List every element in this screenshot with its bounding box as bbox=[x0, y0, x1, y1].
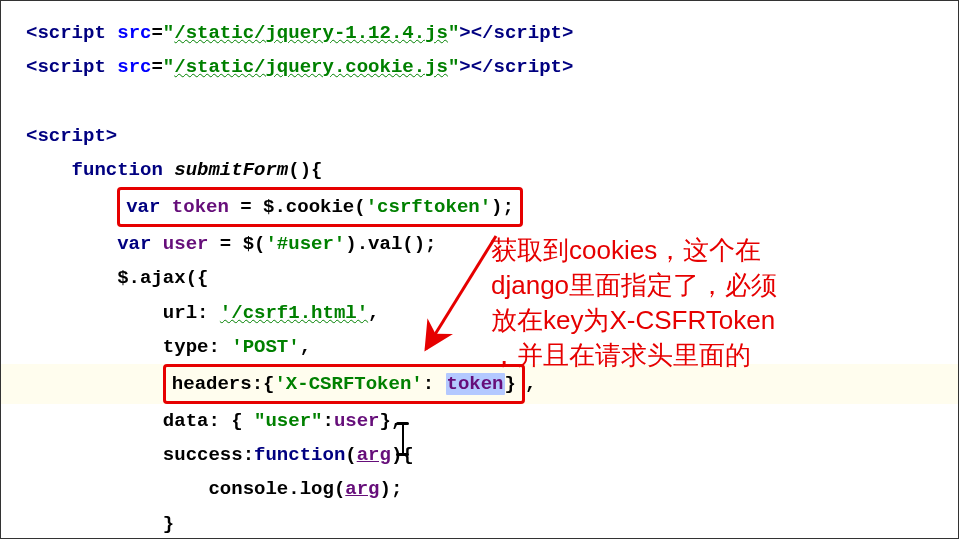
annotation-text: 获取到cookies，这个在 django里面指定了，必须 放在key为X-CS… bbox=[491, 233, 931, 373]
code-line-5: function submitForm(){ bbox=[26, 153, 933, 187]
code-line-6: var token = $.cookie('csrftoken'); bbox=[26, 187, 933, 227]
code-line-1: <script src="/static/jquery-1.12.4.js"><… bbox=[26, 16, 933, 50]
code-line-blank bbox=[26, 84, 933, 118]
highlight-box-1: var token = $.cookie('csrftoken'); bbox=[117, 187, 523, 227]
annotation-line-4: ，并且在请求头里面的 bbox=[491, 338, 931, 373]
code-line-15: } bbox=[26, 507, 933, 539]
code-line-2: <script src="/static/jquery.cookie.js"><… bbox=[26, 50, 933, 84]
code-line-12: data: { "user":user}, bbox=[26, 404, 933, 438]
code-line-4: <script> bbox=[26, 119, 933, 153]
annotation-line-1: 获取到cookies，这个在 bbox=[491, 233, 931, 268]
highlight-box-2: headers:{'X-CSRFToken': token} bbox=[163, 364, 525, 404]
annotation-line-3: 放在key为X-CSFRToken bbox=[491, 303, 931, 338]
annotation-line-2: django里面指定了，必须 bbox=[491, 268, 931, 303]
code-line-13: success:function(arg){ bbox=[26, 438, 933, 472]
code-line-14: console.log(arg); bbox=[26, 472, 933, 506]
selected-token: token bbox=[446, 373, 505, 395]
